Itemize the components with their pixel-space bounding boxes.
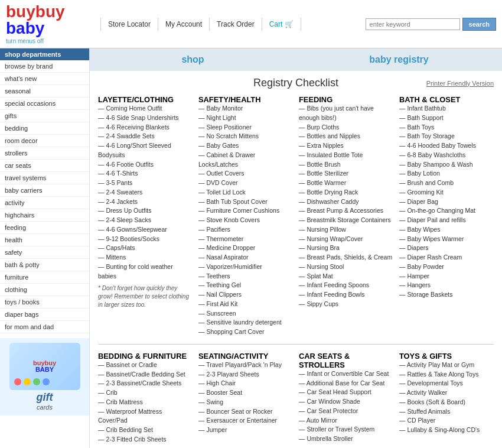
safety-item-17: — Teethers [198,272,293,281]
safety-item-5: — Cabinet & Drawer Locks/Latches [198,151,293,170]
nav-links: Store Locator My Account Track Order Car… [100,18,360,31]
bath-item-12: — Diaper Pail and refills [399,216,494,225]
section-seating-header: SEATING/ACTIVITY [198,352,293,361]
feeding-item-20: — Sippy Cups [299,300,393,309]
bath-item-19: — Hangers [399,281,494,290]
sidebar-item-safety[interactable]: safety [0,246,89,259]
layette-item-6: — 4-6 T-Shirts [98,169,193,178]
bedding-item-2: — 2-3 Bassinet/Cradle Sheets [98,379,193,388]
sidebar-item-bath-potty[interactable]: bath & potty [0,259,89,271]
bath-item-16: — Diaper Rash Cream [399,253,494,262]
sidebar-item-car-seats[interactable]: car seats [0,160,89,172]
layette-item-13: — 9-12 Booties/Socks [98,235,193,244]
sidebar-item-diaper-bags[interactable]: diaper bags [0,309,89,321]
search-input[interactable] [366,18,460,30]
content: shop baby registry Registry Checklist Pr… [90,48,502,448]
sidebar-item-seasonal[interactable]: seasonal [0,85,89,98]
bath-item-7: — Baby Lotion [399,169,494,178]
bedding-item-7: — 2-3 Fitted Crib Sheets [98,435,193,444]
sidebar-item-baby-carriers[interactable]: baby carriers [0,184,89,197]
search-button[interactable]: search [462,18,496,31]
layette-item-1: — 4-6 Side Snap Undershirts [98,113,193,123]
safety-item-15: — Nasal Aspirator [198,253,293,262]
safety-item-1: — Night Light [198,113,293,123]
section-bedding: BEDDING & FURNITURE — Bassinet or Cradle… [98,352,193,444]
bath-item-10: — Diaper Bag [399,197,494,207]
bath-item-15: — Diapers [399,244,494,253]
cart-link[interactable]: Cart 🛒 [262,18,301,31]
safety-item-8: — Toilet Lid Lock [198,188,293,197]
toys-item-5: — Stuffed Animals [399,407,494,417]
sidebar-item-gifts[interactable]: gifts [0,110,89,122]
checklist-row1: LAYETTE/CLOTHING — Coming Home Outfit — … [98,95,494,337]
logo-text: buybuyBABY [6,4,94,37]
carseats-item-6: — Stroller or Travel System [299,425,393,434]
feeding-item-11: — Breastmilk Storage Containers [299,216,393,225]
main-layout: shop departments browse by brand what's … [0,48,502,448]
sidebar-item-highchairs[interactable]: highchairs [0,209,89,222]
carseats-item-1: — Additional Base for Car Seat [299,379,393,388]
section-toys-header: TOYS & GIFTS [399,352,494,361]
gift-card-area[interactable]: buybuyBABY gift cards [0,338,89,415]
sidebar-item-strollers[interactable]: strollers [0,147,89,160]
sidebar-item-toys-books[interactable]: toys / books [0,296,89,309]
layette-item-14: — Caps/Hats [98,244,193,253]
bath-item-17: — Baby Powder [399,262,494,272]
layette-item-15: — Mittens [98,253,193,262]
gift-sublabel: cards [5,404,84,411]
sidebar-item-whats-new[interactable]: what's new [0,73,89,85]
section-feeding-header: FEEDING [299,95,393,104]
sidebar-item-bedding[interactable]: bedding [0,122,89,135]
sidebar-item-travel-systems[interactable]: travel systems [0,172,89,184]
section-divider [98,344,494,345]
gift-card-dots [14,378,50,385]
bedding-item-3: — Crib [98,388,193,398]
bath-item-3: — Bath Toy Storage [399,132,494,141]
search-area: search [366,18,496,31]
store-locator-link[interactable]: Store Locator [100,18,158,31]
sidebar-item-health[interactable]: health [0,234,89,246]
seating-item-6: — Exersaucer or Entertainer [198,416,293,426]
sidebar-item-feeding[interactable]: feeding [0,222,89,234]
bath-item-18: — Hamper [399,272,494,281]
section-layette: LAYETTE/CLOTHING — Coming Home Outfit — … [98,95,193,337]
printer-friendly-link[interactable]: Printer Friendly Version [399,80,494,87]
toys-item-1: — Rattles & Take Along Toys [399,370,494,379]
carseats-item-7: — Umbrella Stroller [299,434,393,444]
safety-item-22: — Sensitive laundry detergent [198,318,293,327]
my-account-link[interactable]: My Account [158,18,210,31]
safety-item-16: — Vaporizer/Humidifier [198,262,293,272]
toys-item-7: — Lullaby & Sing-Along CD's [399,426,494,435]
feeding-item-1: — Burp Cloths [299,123,393,132]
sidebar-item-furniture[interactable]: furniture [0,271,89,284]
feeding-item-12: — Nursing Pillow [299,225,393,235]
track-order-link[interactable]: Track Order [210,18,262,31]
layette-item-8: — 2-4 Sweaters [98,188,193,197]
sidebar-item-for-mom-and-dad[interactable]: for mom and dad [0,321,89,333]
seating-item-2: — High Chair [198,379,293,388]
sidebar-item-room-decor[interactable]: room decor [0,135,89,147]
layette-item-7: — 3-5 Pants [98,178,193,188]
sidebar-item-clothing[interactable]: clothing [0,284,89,296]
tab-shop[interactable]: shop [90,48,296,71]
logo-subtitle[interactable]: turn menus off [6,38,94,44]
layette-item-11: — 2-4 Sleep Sacks [98,216,193,225]
safety-item-23: — Shopping Cart Cover [198,327,293,337]
logo: buybuyBABY [6,4,94,37]
sidebar-item-browse-by-brand[interactable]: browse by brand [0,60,89,73]
toys-item-3: — Activity Walker [399,388,494,398]
safety-item-3: — No Scratch Mittens [198,132,293,141]
layette-item-16: — Bunting for cold weather babies [98,262,193,281]
feeding-item-16: — Nursing Stool [299,262,393,272]
layette-item-3: — 2-4 Swaddle Sets [98,132,193,141]
layette-item-5: — 4-6 Footie Outfits [98,160,193,170]
safety-item-19: — Nail Clippers [198,290,293,300]
tab-baby-registry[interactable]: baby registry [296,48,502,71]
tabs: shop baby registry [90,48,502,71]
safety-item-12: — Pacifiers [198,225,293,235]
bath-item-2: — Bath Toys [399,123,494,132]
feeding-item-15: — Breast Pads, Shields, & Cream [299,253,393,262]
sidebar-item-activity[interactable]: activity [0,197,89,209]
sidebar-item-special-occasions[interactable]: special occasions [0,98,89,110]
bath-item-14: — Baby Wipes Warmer [399,235,494,244]
